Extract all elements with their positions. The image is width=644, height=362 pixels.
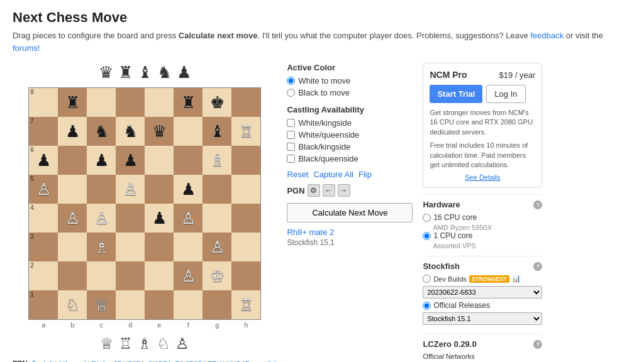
chess-piece[interactable]: ♙ <box>94 210 109 226</box>
board-cell[interactable] <box>231 261 260 290</box>
board-cell[interactable] <box>116 290 145 319</box>
stockfish-info-icon[interactable]: ? <box>533 262 542 271</box>
board-cell[interactable]: ♞ <box>87 117 116 146</box>
board-cell[interactable]: 1 <box>29 290 58 319</box>
board-cell[interactable] <box>58 175 87 204</box>
chess-piece[interactable]: ♖ <box>239 123 253 140</box>
board-cell[interactable]: ♔ <box>203 261 231 290</box>
chess-piece[interactable]: ♞ <box>123 123 138 140</box>
board-cell[interactable]: 4 <box>29 204 58 233</box>
pgn-left-icon[interactable]: ← <box>323 184 335 197</box>
white-rook-tray[interactable]: ♖ <box>119 335 133 353</box>
board-cell[interactable] <box>145 175 174 204</box>
board-cell[interactable]: ♟ <box>58 117 87 146</box>
pgn-right-icon[interactable]: → <box>338 184 350 197</box>
start-trial-button[interactable]: Start Trial <box>430 85 482 103</box>
chess-piece[interactable]: ♙ <box>210 239 225 255</box>
board-cell[interactable]: ♜ <box>58 88 87 117</box>
chess-piece[interactable]: ♟ <box>94 152 109 168</box>
calculate-next-move-button[interactable]: Calculate Next Move <box>287 203 413 222</box>
board-cell[interactable]: ♙ <box>174 261 203 290</box>
chess-piece[interactable]: ♚ <box>210 94 225 111</box>
chess-piece[interactable]: ♛ <box>152 123 167 140</box>
sf-release-select[interactable]: Stockfish 15.1 <box>423 312 542 325</box>
board-cell[interactable] <box>145 88 174 117</box>
board-cell[interactable] <box>174 290 203 319</box>
board-cell[interactable] <box>145 290 174 319</box>
board-cell[interactable]: ♟ <box>87 146 116 175</box>
board-cell[interactable]: ♗ <box>203 146 231 175</box>
hardware-info-icon[interactable]: ? <box>533 200 542 209</box>
hw-1cpu-radio[interactable] <box>423 232 431 240</box>
board-cell[interactable] <box>231 146 260 175</box>
white-bishop-tray[interactable]: ♗ <box>138 335 152 353</box>
board-cell[interactable]: ♙ <box>203 233 231 261</box>
board-cell[interactable]: ♚ <box>203 88 231 117</box>
fen-edit-icon[interactable]: ✎ <box>31 359 39 362</box>
board-cell[interactable] <box>87 175 116 204</box>
board-cell[interactable]: 3 <box>29 233 58 261</box>
board-cell[interactable] <box>116 233 145 261</box>
board-cell[interactable] <box>116 261 145 290</box>
board-cell[interactable]: 6♟ <box>29 146 58 175</box>
castling-white-kingside-checkbox[interactable] <box>287 119 295 127</box>
board-cell[interactable] <box>58 233 87 261</box>
board-cell[interactable]: 5♙ <box>29 175 58 204</box>
board-cell[interactable]: ♟ <box>174 175 203 204</box>
board-cell[interactable] <box>145 261 174 290</box>
chess-piece[interactable]: ♟ <box>123 152 138 168</box>
chess-piece[interactable]: ♙ <box>181 268 196 284</box>
lczero-info-icon[interactable]: ? <box>533 340 542 349</box>
board-cell[interactable]: ♝ <box>203 117 231 146</box>
board-cell[interactable]: 7 <box>29 117 58 146</box>
board-cell[interactable]: ♘ <box>58 290 87 319</box>
chess-piece[interactable]: ♜ <box>181 94 196 111</box>
board-cell[interactable] <box>58 261 87 290</box>
board-cell[interactable] <box>231 175 260 204</box>
board-cell[interactable] <box>145 233 174 261</box>
black-knight-tray[interactable]: ♞ <box>157 63 172 82</box>
board-cell[interactable]: ♖ <box>231 290 260 319</box>
chess-piece[interactable]: ♗ <box>210 152 225 168</box>
board-cell[interactable]: ♙ <box>87 204 116 233</box>
chess-piece[interactable]: ♙ <box>65 210 80 226</box>
official-releases-radio[interactable] <box>423 302 431 310</box>
flip-link[interactable]: Flip <box>358 170 372 179</box>
white-pawn-tray[interactable]: ♙ <box>175 335 189 353</box>
castling-black-queenside-checkbox[interactable] <box>287 155 295 163</box>
chess-piece[interactable]: ♟ <box>181 181 196 197</box>
castling-white-queenside-checkbox[interactable] <box>287 131 295 139</box>
piece-tray-bottom[interactable]: ♕ ♖ ♗ ♘ ♙ <box>100 335 189 353</box>
board-cell[interactable]: ♜ <box>174 88 203 117</box>
log-in-button[interactable]: Log In <box>486 85 525 103</box>
see-details-link[interactable]: See Details <box>430 173 535 181</box>
chess-piece[interactable]: ♔ <box>210 268 225 284</box>
black-to-move-radio[interactable] <box>287 89 295 97</box>
board-cell[interactable] <box>231 204 260 233</box>
dev-build-select[interactable]: 20230622-6833 <box>423 286 542 299</box>
piece-tray-top[interactable]: ♛ ♜ ♝ ♞ ♟ <box>99 63 191 82</box>
board-cell[interactable] <box>231 88 260 117</box>
board-cell[interactable]: 2 <box>29 261 58 290</box>
board-cell[interactable] <box>203 204 231 233</box>
board-cell[interactable]: 8 <box>29 88 58 117</box>
white-queen-tray[interactable]: ♕ <box>100 335 114 353</box>
chess-piece[interactable]: ♕ <box>94 297 109 313</box>
chess-piece[interactable]: ♙ <box>181 210 196 226</box>
board-cell[interactable] <box>203 290 231 319</box>
chess-piece[interactable]: ♟ <box>152 210 167 226</box>
board-cell[interactable]: ♙ <box>174 204 203 233</box>
board-cell[interactable]: ♛ <box>145 117 174 146</box>
white-knight-tray[interactable]: ♘ <box>157 335 170 353</box>
black-queen-tray[interactable]: ♛ <box>99 63 113 82</box>
white-to-move-radio[interactable] <box>287 77 295 85</box>
chess-board[interactable]: 8♜♜♚7♟♞♞♛♝♖6♟♟♟♗5♙♙♟4♙♙♟♙3♗♙2♙♔1♘♕♖ <box>28 87 261 320</box>
board-cell[interactable]: ♖ <box>231 117 260 146</box>
chess-piece[interactable]: ♙ <box>123 181 138 197</box>
chess-piece[interactable]: ♖ <box>239 297 253 313</box>
black-rook-tray[interactable]: ♜ <box>118 63 133 82</box>
board-cell[interactable]: ♞ <box>116 117 145 146</box>
chess-piece[interactable]: ♙ <box>36 181 51 197</box>
dev-builds-radio[interactable] <box>423 275 431 283</box>
black-bishop-tray[interactable]: ♝ <box>138 63 152 82</box>
